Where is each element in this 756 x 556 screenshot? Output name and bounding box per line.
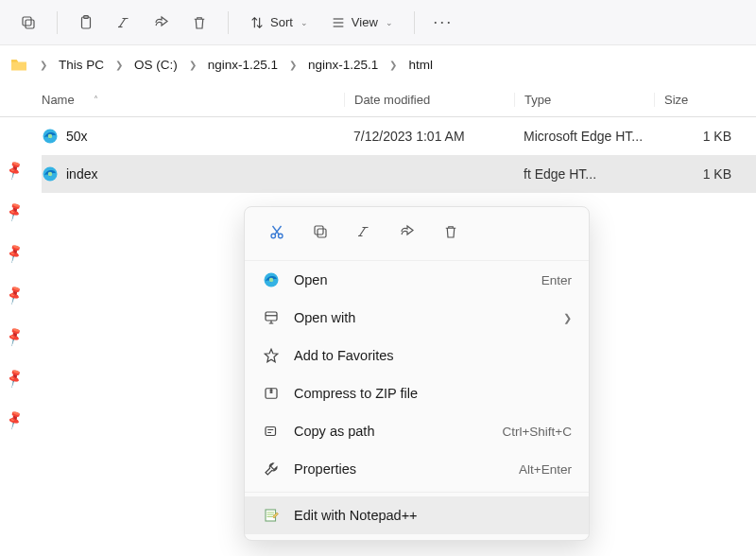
ctx-npp-label: Edit with Notepad++ (294, 508, 418, 523)
new-item-button[interactable] (11, 6, 45, 40)
svg-rect-10 (315, 226, 323, 235)
ctx-copy-path[interactable]: Copy as path Ctrl+Shift+C (245, 412, 589, 450)
more-button[interactable]: ··· (426, 6, 460, 40)
pin-icon[interactable]: 📌 (4, 322, 31, 347)
separator (245, 492, 589, 493)
file-size: 1 KB (654, 166, 739, 182)
column-date[interactable]: Date modified (344, 93, 514, 107)
ctx-add-favorites[interactable]: Add to Favorites (245, 337, 589, 374)
new-item-icon (20, 14, 37, 31)
pin-icon[interactable]: 📌 (4, 239, 31, 264)
edge-browser-icon (42, 165, 59, 182)
column-size[interactable]: Size (654, 93, 739, 107)
pin-icon[interactable]: 📌 (4, 364, 31, 389)
chevron-down-icon: ⌄ (301, 18, 308, 27)
separator (414, 11, 415, 34)
share-button[interactable] (390, 217, 424, 247)
file-list: 50x 7/12/2023 1:01 AM Microsoft Edge HT.… (42, 117, 756, 193)
folder-icon (9, 57, 28, 72)
sort-icon (249, 15, 265, 30)
svg-point-7 (48, 172, 53, 177)
view-button[interactable]: View ⌄ (321, 6, 403, 40)
context-menu: Open Enter Open with ❯ Add to Favorites … (244, 206, 590, 541)
edge-browser-icon (262, 271, 281, 288)
copy-icon (312, 223, 329, 240)
column-name-label: Name (42, 93, 75, 107)
quick-access-pins: 📌 📌 📌 📌 📌 📌 📌 (0, 161, 28, 426)
rename-icon (355, 223, 372, 240)
pin-icon[interactable]: 📌 (4, 281, 31, 305)
chevron-down-icon: ⌄ (386, 18, 393, 27)
ctx-properties-label: Properties (294, 461, 356, 477)
chevron-right-icon: ❯ (563, 312, 572, 324)
svg-rect-14 (266, 312, 277, 321)
pin-icon[interactable]: 📌 (4, 156, 31, 181)
context-quick-actions (245, 207, 589, 261)
pin-icon[interactable]: 📌 (4, 406, 31, 430)
pin-icon[interactable]: 📌 (4, 198, 31, 222)
ctx-properties[interactable]: Properties Alt+Enter (245, 450, 589, 488)
copy-button[interactable] (303, 217, 337, 247)
paste-button[interactable] (69, 6, 103, 40)
rename-button[interactable] (347, 217, 381, 247)
rename-button[interactable] (107, 6, 141, 40)
view-icon (331, 15, 346, 30)
toolbar: Sort ⌄ View ⌄ ··· (0, 0, 756, 45)
ctx-open-label: Open (294, 272, 327, 287)
rename-icon (115, 14, 132, 31)
open-with-icon (262, 309, 281, 326)
breadcrumb-item[interactable]: html (404, 56, 437, 74)
cut-button[interactable] (260, 217, 294, 247)
chevron-right-icon: ❯ (285, 60, 301, 70)
breadcrumb: ❯ This PC ❯ OS (C:) ❯ nginx-1.25.1 ❯ ngi… (0, 45, 756, 83)
svg-rect-0 (23, 17, 31, 26)
ellipsis-icon: ··· (433, 12, 453, 32)
column-headers: Name ˄ Date modified Type Size (0, 83, 756, 117)
ctx-open-shortcut: Enter (541, 273, 572, 287)
star-icon (262, 347, 281, 364)
breadcrumb-item[interactable]: This PC (55, 56, 108, 74)
file-name: 50x (66, 129, 88, 144)
share-button[interactable] (145, 6, 179, 40)
chevron-right-icon: ❯ (386, 60, 401, 70)
edge-browser-icon (42, 128, 59, 145)
file-size: 1 KB (654, 129, 739, 144)
chevron-right-icon: ❯ (36, 60, 51, 70)
breadcrumb-item[interactable]: nginx-1.25.1 (304, 56, 382, 74)
svg-rect-1 (26, 20, 34, 28)
trash-icon (191, 14, 208, 31)
delete-button[interactable] (182, 6, 216, 40)
ctx-copy-path-label: Copy as path (294, 424, 374, 439)
file-row[interactable]: index ft Edge HT... 1 KB (42, 155, 756, 193)
zip-icon (262, 385, 281, 402)
copy-path-icon (262, 423, 281, 440)
svg-rect-16 (266, 427, 276, 436)
wrench-icon (262, 460, 281, 478)
paste-icon (77, 14, 94, 31)
ctx-properties-shortcut: Alt+Enter (519, 462, 572, 477)
file-row[interactable]: 50x 7/12/2023 1:01 AM Microsoft Edge HT.… (42, 117, 756, 155)
ctx-open-with[interactable]: Open with ❯ (245, 299, 589, 337)
trash-icon (442, 223, 459, 240)
cut-icon (268, 223, 285, 240)
column-type[interactable]: Type (514, 93, 654, 107)
sort-button[interactable]: Sort ⌄ (240, 6, 318, 40)
chevron-right-icon: ❯ (185, 60, 200, 70)
ctx-edit-notepadpp[interactable]: Edit with Notepad++ (245, 496, 589, 534)
svg-point-5 (48, 134, 53, 139)
ctx-open[interactable]: Open Enter (245, 261, 589, 299)
separator (228, 11, 229, 34)
delete-button[interactable] (434, 217, 468, 247)
ctx-compress-zip[interactable]: Compress to ZIP file (245, 374, 589, 412)
ctx-copy-path-shortcut: Ctrl+Shift+C (502, 425, 572, 439)
svg-point-13 (269, 278, 274, 283)
breadcrumb-item[interactable]: OS (C:) (130, 56, 181, 74)
column-name[interactable]: Name ˄ (42, 93, 344, 107)
share-icon (153, 14, 170, 31)
ctx-zip-label: Compress to ZIP file (294, 386, 418, 401)
svg-rect-11 (318, 229, 326, 237)
file-name: index (66, 166, 97, 182)
breadcrumb-item[interactable]: nginx-1.25.1 (204, 56, 282, 74)
share-icon (399, 223, 416, 240)
chevron-right-icon: ❯ (112, 60, 127, 70)
